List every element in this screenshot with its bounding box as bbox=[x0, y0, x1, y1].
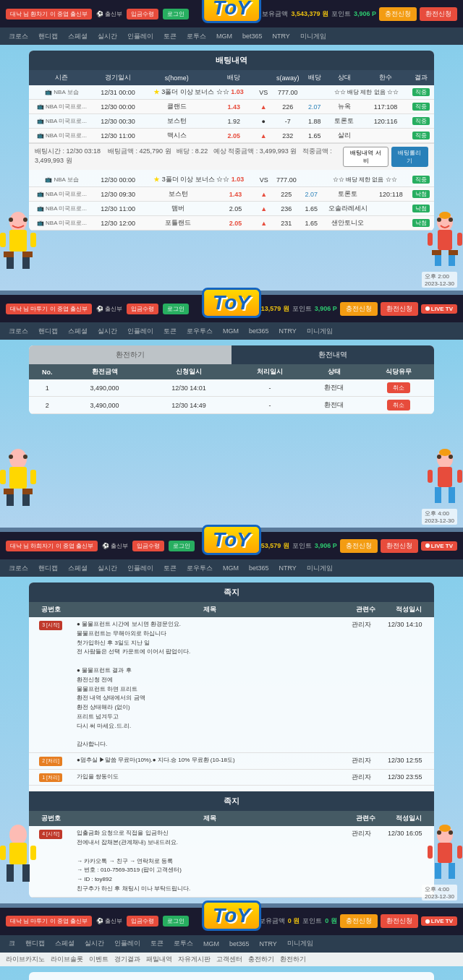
btn-deposit-3[interactable]: 입금수령 bbox=[132, 541, 164, 551]
nav4-realtime[interactable]: 실시간 bbox=[80, 939, 109, 948]
btn-register-header[interactable]: 로그인 bbox=[163, 9, 189, 20]
nav-lotus[interactable]: 로투스 bbox=[182, 32, 211, 41]
btn-login-2[interactable]: 로그인 bbox=[163, 304, 189, 314]
col-notice2-content: 제목 bbox=[72, 811, 347, 826]
btn-charge-3[interactable]: 충전신청 bbox=[340, 539, 378, 553]
nav3-lotus[interactable]: 로우투스 bbox=[182, 564, 217, 573]
nav3-inplay[interactable]: 인플레이 bbox=[123, 564, 158, 573]
nav-ntry[interactable]: NTRY bbox=[268, 33, 294, 40]
svg-rect-15 bbox=[449, 250, 458, 255]
nav4-special[interactable]: 스페셜 bbox=[51, 939, 79, 948]
svg-point-7 bbox=[23, 218, 27, 222]
cell-home: 맴버 bbox=[141, 202, 215, 216]
nav4-lotus[interactable]: 로투스 bbox=[169, 939, 197, 948]
cell-action[interactable]: 취소 bbox=[362, 397, 434, 414]
nav-token[interactable]: 토큰 bbox=[159, 32, 181, 41]
svg-rect-8 bbox=[0, 233, 6, 247]
logo-text-2: ToY bbox=[202, 288, 261, 318]
btn-login-3[interactable]: 로그인 bbox=[169, 541, 195, 551]
svg-rect-29 bbox=[0, 470, 6, 484]
cell-apply-date: 12/30 14:49 bbox=[144, 397, 234, 414]
svg-point-16 bbox=[437, 218, 441, 222]
btn-bet-history-view[interactable]: 배팅내역 서비 bbox=[343, 147, 388, 167]
nav4-token[interactable]: 토큰 bbox=[146, 939, 168, 948]
nav-realtime[interactable]: 실시간 bbox=[93, 32, 122, 41]
btn-withdraw-2[interactable]: 환전신청 bbox=[381, 302, 418, 316]
btn-charge[interactable]: 충전신청 bbox=[379, 7, 417, 21]
table-row: 📺 NBA 미국프로... 12/30 11:00 맥시스 2.05 ▲ 232… bbox=[29, 129, 434, 143]
nav3-ntry[interactable]: NTRY bbox=[275, 564, 301, 572]
nav3-handicap[interactable]: 핸디캡 bbox=[34, 564, 62, 573]
nav3-bet365[interactable]: bet365 bbox=[245, 564, 273, 572]
user-badge-4: 대낙 님 마투기 이 중엽 출신부 bbox=[6, 916, 92, 927]
btn-cancel-2[interactable]: 취소 bbox=[387, 400, 410, 411]
nav2-mgm[interactable]: MGM bbox=[218, 327, 243, 335]
nav4-inplay[interactable]: 인플레이 bbox=[110, 939, 145, 948]
nav4-minigame[interactable]: 미니게임 bbox=[283, 939, 318, 948]
subnav4-casino[interactable]: 라이브카지노 bbox=[6, 955, 45, 964]
nav3-token[interactable]: 토큰 bbox=[159, 564, 181, 573]
nav3-mgm[interactable]: MGM bbox=[218, 564, 243, 572]
nav2-ntry[interactable]: NTRY bbox=[275, 327, 301, 335]
btn-withdraw-3[interactable]: 환전신청 bbox=[381, 539, 418, 553]
nav4-bet365[interactable]: bet365 bbox=[225, 940, 254, 947]
btn-withdraw[interactable]: 환전신청 bbox=[420, 7, 457, 21]
nav4-handicap[interactable]: 핸디캡 bbox=[21, 939, 49, 948]
nav4-ntry[interactable]: NTRY bbox=[255, 940, 281, 947]
nav2-inplay[interactable]: 인플레이 bbox=[123, 327, 158, 336]
svg-point-21 bbox=[9, 449, 27, 469]
cell-notice-date-2: 12/30 12:55 bbox=[383, 753, 434, 770]
nav2-minigame[interactable]: 미니게임 bbox=[302, 327, 337, 336]
nav-mgm[interactable]: MGM bbox=[212, 33, 237, 40]
nav-bet365[interactable]: bet365 bbox=[238, 33, 267, 40]
btn-login-4[interactable]: 로그인 bbox=[163, 916, 189, 927]
nav3-cross[interactable]: 크로스 bbox=[4, 564, 33, 573]
subnav4-charge[interactable]: 충전하기 bbox=[248, 955, 274, 964]
subnav4-event[interactable]: 이벤트 bbox=[89, 955, 109, 964]
nav3-realtime[interactable]: 실시간 bbox=[93, 564, 122, 573]
nav-special[interactable]: 스페셜 bbox=[64, 32, 92, 41]
nav-minigame[interactable]: 미니게임 bbox=[296, 32, 331, 41]
nav-cross[interactable]: 크로스 bbox=[4, 32, 33, 41]
btn-deposit-header[interactable]: 입금수령 bbox=[127, 9, 158, 20]
btn-withdraw-4[interactable]: 환전신청 bbox=[381, 914, 418, 928]
cell-home: ★ 3폴더 이상 보너스 ☆☆ 1.03 bbox=[141, 173, 255, 187]
subnav4-board[interactable]: 자유게시판 bbox=[178, 955, 211, 964]
nav3-minigame[interactable]: 미니게임 bbox=[302, 564, 337, 573]
subnav4-refund[interactable]: 환전하기 bbox=[280, 955, 306, 964]
btn-bet-fold[interactable]: 배팅롤리기 bbox=[391, 147, 428, 167]
nav2-handicap[interactable]: 핸디캡 bbox=[34, 327, 62, 336]
btn-charge-2[interactable]: 충전신청 bbox=[340, 302, 378, 316]
subnav4-slot[interactable]: 라이브솔롯 bbox=[51, 955, 83, 964]
cell-process-date: - bbox=[234, 379, 305, 397]
cell-date: 12/30 00:00 bbox=[95, 100, 142, 114]
nav3-special[interactable]: 스페셜 bbox=[64, 564, 92, 573]
subnav4-result[interactable]: 경기결과 bbox=[114, 955, 140, 964]
subnav4-betting[interactable]: 패밀내역 bbox=[146, 955, 172, 964]
nav2-lotus[interactable]: 로우투스 bbox=[182, 327, 217, 336]
subnav4-cs[interactable]: 고객센터 bbox=[216, 955, 242, 964]
nav2-cross[interactable]: 크로스 bbox=[4, 327, 33, 336]
nav-inplay[interactable]: 인플레이 bbox=[123, 32, 158, 41]
logo-text: ToY bbox=[202, 0, 261, 23]
btn-deposit-4[interactable]: 입금수령 bbox=[127, 916, 158, 927]
tab-refund-history[interactable]: 환전내역 bbox=[232, 345, 434, 364]
nav4-cross[interactable]: 크 bbox=[4, 939, 20, 948]
nav2-token[interactable]: 토큰 bbox=[159, 327, 181, 336]
nav2-bet365[interactable]: bet365 bbox=[245, 327, 273, 335]
nav4-mgm[interactable]: MGM bbox=[199, 940, 224, 947]
btn-charge-4[interactable]: 충전신청 bbox=[340, 914, 378, 928]
section-notice: 족지 공번호 제목 관련수 적성일시 3 [시작] ● 물물프런트 시간에 보시… bbox=[0, 577, 463, 903]
col-odds2: 배당 bbox=[304, 70, 325, 85]
btn-cancel-1[interactable]: 취소 bbox=[387, 382, 410, 393]
svg-rect-9 bbox=[30, 233, 36, 247]
header-left-2: 대낙 님 마투기 이 중엽 출신부 ⚽ 출신부 입금수령 로그인 bbox=[6, 304, 189, 314]
btn-deposit-2[interactable]: 입금수령 bbox=[127, 304, 158, 314]
cell-action[interactable]: 취소 bbox=[362, 379, 434, 397]
nav2-special[interactable]: 스페셜 bbox=[64, 327, 92, 336]
cell-notice-no-2: 2 [처리] bbox=[29, 753, 72, 770]
tab-refund-form[interactable]: 환전하기 bbox=[29, 345, 232, 364]
nav-handicap[interactable]: 핸디캡 bbox=[34, 32, 62, 41]
nav2-realtime[interactable]: 실시간 bbox=[93, 327, 122, 336]
cell-status: 환전대 bbox=[305, 379, 362, 397]
